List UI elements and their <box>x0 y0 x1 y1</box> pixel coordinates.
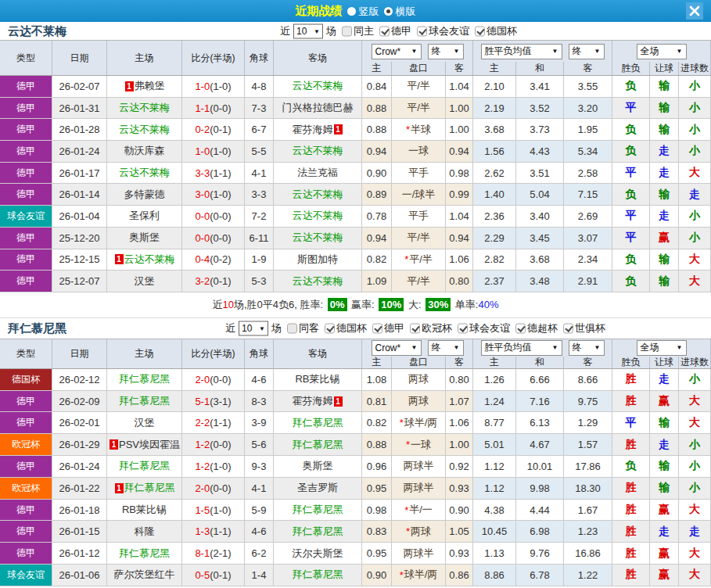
outcome-cell: 胜 <box>612 500 650 522</box>
chevron-down-icon: ▼ <box>411 48 418 55</box>
away-team-cell: 霍芬海姆1 <box>274 391 362 413</box>
handicap-text: 一球 <box>408 144 429 158</box>
mean-home-cell: 1.12 <box>473 456 516 478</box>
goals-result-cell: 小 <box>679 76 711 98</box>
header-select-group: 胜平负均值▼终▼ <box>473 339 612 357</box>
odds-handicap-cell: *两球 <box>392 521 446 543</box>
goals-result-cell: 大 <box>679 163 711 185</box>
column-header: 日期 <box>52 41 107 75</box>
halftime-score: (1-1) <box>210 417 231 428</box>
date-cell: 26-01-24 <box>52 141 107 163</box>
filter-checkbox-1[interactable]: 德甲 <box>379 24 411 38</box>
odds-handicap-cell: 两球半 <box>392 543 446 565</box>
column-header: 比分(半场) <box>182 41 245 75</box>
team-name: 拜仁慕尼黑 <box>8 321 66 335</box>
filter-checkbox-3[interactable]: 德国杯 <box>475 24 517 38</box>
odds-home-cell: 0.88 <box>362 119 392 141</box>
date-cell: 25-12-20 <box>52 228 107 249</box>
date-cell: 26-01-24 <box>52 456 107 478</box>
home-team-name: 圣保利 <box>129 209 160 223</box>
record-summary: 近10场,胜0平4负6, 胜率: 0% 赢率: 10% 大: 30% 单率:40… <box>0 292 711 318</box>
filter-checkbox-0[interactable]: 同主 <box>342 24 374 38</box>
odds-source-select[interactable]: 终▼ <box>428 44 464 59</box>
team-name: 云达不莱梅 <box>8 23 66 38</box>
filter-checkbox-label: 欧冠杯 <box>422 321 452 335</box>
radio-horizontal[interactable] <box>384 7 393 16</box>
column-header: 主场 <box>107 41 182 75</box>
mean-home-cell: 1.56 <box>473 141 516 163</box>
halftime-score: (0-0) <box>210 482 231 494</box>
games-label: 场 <box>271 321 282 335</box>
league-cell: 球会友谊 <box>0 206 52 228</box>
select-value: 胜平负均值 <box>485 45 532 58</box>
goals-result-cell: 小 <box>679 228 711 249</box>
odds-source-select[interactable]: Crow*▼ <box>372 340 422 356</box>
mean-home-cell: 5.01 <box>473 434 516 456</box>
away-team-cell: RB莱比锡 <box>274 369 362 391</box>
chevron-down-icon: ▼ <box>454 344 460 351</box>
corner-cell: 6-11 <box>245 228 274 249</box>
filter-checkbox-3[interactable]: 欧冠杯 <box>410 321 452 335</box>
odds-source-select[interactable]: 胜平负均值▼ <box>481 340 562 356</box>
odds-source-select[interactable]: 全场▼ <box>637 340 687 356</box>
mean-home-cell: 2.36 <box>473 206 516 228</box>
filter-checkbox-1[interactable]: 德国杯 <box>325 321 367 335</box>
filter-controls: 近10▼场同客德国杯德甲欧冠杯球会友谊德超杯世俱杯 <box>225 321 605 335</box>
mean-draw-cell: 6.66 <box>516 369 564 391</box>
outcome-cell: 负 <box>612 271 650 292</box>
odds-home-cell: 0.94 <box>362 228 392 249</box>
outcome-cell: 胜 <box>612 478 650 500</box>
goals-result-cell: 大 <box>679 249 711 271</box>
mean-draw-cell: 3.52 <box>516 98 564 120</box>
handicap-text: 一/球半 <box>402 188 436 202</box>
odds-source-select[interactable]: 终▼ <box>569 340 605 356</box>
filter-checkbox-5[interactable]: 德超杯 <box>515 321 558 335</box>
handicap-result-cell: 赢 <box>650 500 679 522</box>
score-cell: 1-2(0-0) <box>182 434 245 456</box>
odds-source-select[interactable]: 终▼ <box>569 44 605 59</box>
odds-away-cell: 0.92 <box>446 456 473 478</box>
outcome-cell: 负 <box>612 184 650 206</box>
big-rate-badge: 30% <box>426 298 451 311</box>
halftime-score: (0-0) <box>210 102 231 114</box>
column-header: 日期 <box>52 339 107 368</box>
filter-checkbox-4[interactable]: 球会友谊 <box>458 321 510 335</box>
odds-source-select[interactable]: 胜平负均值▼ <box>481 44 562 59</box>
column-subheader: 主 <box>362 357 392 368</box>
home-team-name: 云达不莱梅 <box>124 253 175 267</box>
handicap-result-cell: 赢 <box>650 228 679 249</box>
fulltime-score: 3-0 <box>195 188 210 200</box>
odds-handicap-cell: *平/半 <box>392 249 446 271</box>
odds-source-select[interactable]: 终▼ <box>428 340 464 356</box>
fulltime-score: 1-0 <box>195 145 210 157</box>
title-bar: 近期战绩 竖版横版 <box>0 0 711 22</box>
mean-home-cell: 8.86 <box>473 565 516 586</box>
handicap-star: * <box>404 504 408 516</box>
score-cell: 0-4(0-2) <box>182 249 245 271</box>
chevron-down-icon: ▼ <box>411 344 418 351</box>
filter-checkbox-2[interactable]: 球会友谊 <box>417 24 469 38</box>
radio-vertical[interactable] <box>347 7 356 16</box>
close-button[interactable] <box>686 2 703 20</box>
red-card-badge: 1 <box>334 124 343 134</box>
odds-source-select[interactable]: 全场▼ <box>637 44 687 59</box>
odds-handicap-cell: 一/球半 <box>392 184 446 206</box>
filter-checkbox-0[interactable]: 同客 <box>287 321 319 335</box>
filter-checkbox-2[interactable]: 德甲 <box>372 321 404 335</box>
odds-source-select[interactable]: Crow*▼ <box>372 44 422 59</box>
league-cell: 德甲 <box>0 76 52 98</box>
league-cell: 德甲 <box>0 391 52 413</box>
away-team-name: RB莱比锡 <box>295 372 339 386</box>
goals-result-cell: 大 <box>679 543 711 565</box>
odds-away-cell: 0.94 <box>446 228 473 249</box>
select-value: 终 <box>432 45 441 58</box>
handicap-text: 球半/两 <box>404 568 438 582</box>
table-header: 类型日期主场比分(半场)角球客场Crow*▼终▼胜平负均值▼终▼全场▼主盘口客主… <box>0 339 711 369</box>
score-cell: 1-1(0-0) <box>182 98 245 120</box>
goals-result-cell: 小 <box>679 456 711 478</box>
red-card-badge: 1 <box>115 483 124 493</box>
select-value: Crow* <box>375 342 401 353</box>
filter-checkbox-6[interactable]: 世俱杯 <box>563 321 605 335</box>
games-count-select[interactable]: 10▼ <box>293 23 323 38</box>
games-count-select[interactable]: 10▼ <box>239 321 268 335</box>
